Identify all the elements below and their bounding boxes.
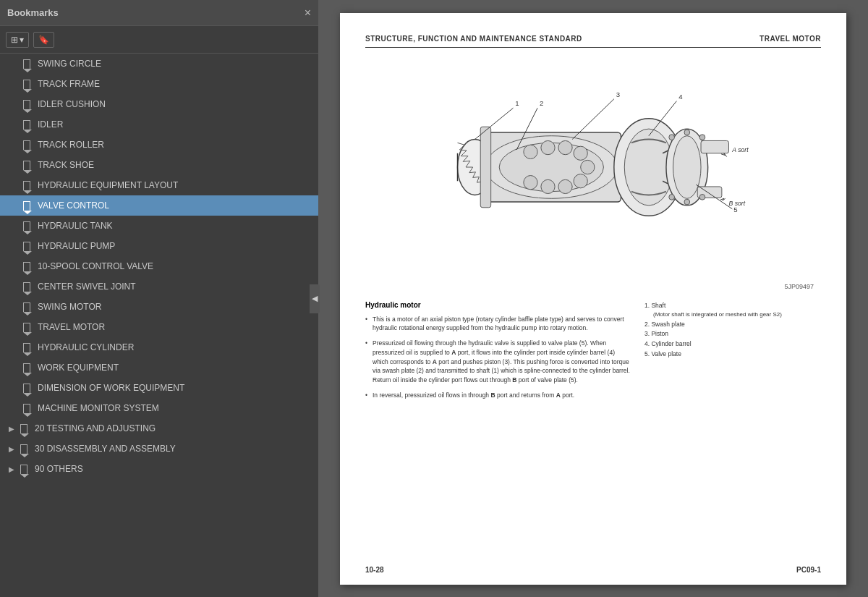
- bookmark-item-travel-motor[interactable]: TRAVEL MOTOR: [0, 317, 318, 337]
- bookmark-item-machine-monitor[interactable]: MACHINE MONITOR SYSTEM: [0, 398, 318, 418]
- chevron-down-icon: ▾: [20, 35, 24, 45]
- svg-text:2: 2: [540, 99, 543, 107]
- svg-point-20: [684, 130, 690, 135]
- bookmark-label: WORK EQUIPMENT: [38, 363, 119, 373]
- bookmark-icon: [22, 240, 32, 252]
- left-content: Hydraulic motor This is a motor of an ax…: [365, 301, 630, 406]
- header-left-text: STRUCTURE, FUNCTION AND MAINTENANCE STAN…: [365, 35, 582, 43]
- bookmark-label: TRACK FRAME: [38, 79, 100, 89]
- svg-rect-26: [480, 127, 490, 208]
- bookmark-icon: [22, 321, 32, 333]
- bookmark-label: TRACK ROLLER: [38, 140, 104, 150]
- document-page: STRUCTURE, FUNCTION AND MAINTENANCE STAN…: [340, 13, 846, 585]
- bookmark-label: 10-SPOOL CONTROL VALVE: [38, 261, 153, 271]
- chevron-right-icon: ▶: [7, 465, 16, 473]
- parts-list-item-2: 2. Swash plate: [644, 320, 821, 330]
- bookmark-icon: [22, 281, 32, 292]
- bookmark-item-track-frame[interactable]: TRACK FRAME: [0, 74, 318, 94]
- travel-motor-diagram: 1 2 3 4 5 A sort B sort: [412, 66, 774, 268]
- svg-point-8: [574, 146, 587, 160]
- bookmark-item-hydraulic-pump[interactable]: HYDRAULIC PUMP: [0, 236, 318, 256]
- bookmark-label: IDLER: [38, 119, 63, 130]
- section-title: Hydraulic motor: [365, 301, 630, 309]
- figure-reference: 5JP09497: [365, 283, 821, 290]
- bookmark-icon: [22, 200, 32, 211]
- bookmark-icon: [22, 220, 32, 232]
- svg-point-10: [574, 174, 587, 187]
- document-panel: ◀ STRUCTURE, FUNCTION AND MAINTENANCE ST…: [318, 0, 868, 597]
- header-right-text: TRAVEL MOTOR: [760, 35, 821, 43]
- bookmark-item-90-others[interactable]: ▶ 90 OTHERS: [0, 459, 318, 479]
- bookmark-item-valve-control[interactable]: VALVE CONTROL: [0, 195, 318, 216]
- bookmarks-list[interactable]: SWING CIRCLE TRACK FRAME IDLER CUSHION I…: [0, 54, 318, 597]
- bookmark-item-track-roller[interactable]: TRACK ROLLER: [0, 135, 318, 155]
- bookmark-label: HYDRAULIC EQUIPMENT LAYOUT: [38, 180, 178, 190]
- bookmark-icon: [22, 159, 32, 171]
- bookmark-item-30-disassembly[interactable]: ▶ 30 DISASSEMBLY AND ASSEMBLY: [0, 439, 318, 459]
- bookmark-item-track-shoe[interactable]: TRACK SHOE: [0, 155, 318, 175]
- bookmark-item-dimension-work[interactable]: DIMENSION OF WORK EQUIPMENT: [0, 378, 318, 398]
- chevron-right-icon: ▶: [7, 444, 16, 453]
- bookmark-icon: [22, 362, 32, 373]
- bookmark-item-hydraulic-equip[interactable]: HYDRAULIC EQUIPMENT LAYOUT: [0, 175, 318, 195]
- grid-icon: ⊞: [11, 35, 18, 45]
- bookmark-item-swing-circle[interactable]: SWING CIRCLE: [0, 54, 318, 74]
- collapse-panel-button[interactable]: ◀: [310, 284, 320, 313]
- svg-rect-18: [701, 140, 728, 153]
- bookmark-icon: [22, 342, 32, 353]
- bookmark-item-center-swivel[interactable]: CENTER SWIVEL JOINT: [0, 276, 318, 297]
- bookmark-icon: [22, 119, 32, 130]
- bookmark-item-idler-cushion[interactable]: IDLER CUSHION: [0, 94, 318, 114]
- bookmarks-header: Bookmarks ×: [0, 0, 318, 26]
- bookmark-item-swing-motor[interactable]: SWING MOTOR: [0, 297, 318, 317]
- right-content: 1. Shaft (Motor shaft is integrated or m…: [644, 301, 821, 406]
- bookmark-label: 30 DISASSEMBLY AND ASSEMBLY: [35, 444, 176, 454]
- page-number-right: PC09-1: [796, 566, 821, 574]
- bookmark-item-hydraulic-cylinder[interactable]: HYDRAULIC CYLINDER: [0, 337, 318, 357]
- bookmark-item-10-spool[interactable]: 10-SPOOL CONTROL VALVE: [0, 256, 318, 276]
- svg-point-23: [699, 134, 705, 140]
- bookmark-item-hydraulic-tank[interactable]: HYDRAULIC TANK: [0, 216, 318, 236]
- svg-point-25: [699, 194, 705, 200]
- bookmark-icon: [22, 179, 32, 191]
- bookmark-label: DIMENSION OF WORK EQUIPMENT: [38, 383, 184, 393]
- bookmark-icon: [22, 78, 32, 90]
- bookmark-label: TRACK SHOE: [38, 160, 94, 170]
- bookmark-icon: [19, 423, 29, 434]
- parts-list-item-4: 4. Cylinder barrel: [644, 339, 821, 350]
- page-footer: 10-28 PC09-1: [365, 566, 821, 574]
- bookmark-icon: [22, 98, 32, 110]
- parts-list-item-5: 5. Valve plate: [644, 350, 821, 360]
- bookmark-label: HYDRAULIC PUMP: [38, 241, 115, 251]
- bookmark-icon: [22, 402, 32, 414]
- view-options-button[interactable]: ⊞ ▾: [6, 32, 29, 48]
- bookmark-item-20-testing[interactable]: ▶ 20 TESTING AND ADJUSTING: [0, 418, 318, 439]
- bookmark-label: IDLER CUSHION: [38, 99, 106, 109]
- svg-text:4: 4: [678, 92, 683, 100]
- svg-point-13: [524, 175, 537, 189]
- bookmark-item-idler[interactable]: IDLER: [0, 114, 318, 135]
- bookmark-label: HYDRAULIC TANK: [38, 221, 113, 231]
- bookmark-label: VALVE CONTROL: [38, 200, 109, 211]
- bookmark-icon: [19, 463, 29, 475]
- parts-list-item-3: 3. Piston: [644, 329, 821, 339]
- diagram-area: 1 2 3 4 5 A sort B sort: [365, 62, 821, 272]
- svg-point-21: [684, 199, 690, 205]
- page-container: STRUCTURE, FUNCTION AND MAINTENANCE STAN…: [318, 0, 868, 597]
- bookmark-icon: [22, 382, 32, 394]
- bookmark-icon: [22, 139, 32, 151]
- bookmarks-toolbar: ⊞ ▾ 🔖: [0, 26, 318, 54]
- svg-point-5: [524, 145, 537, 158]
- close-button[interactable]: ×: [305, 7, 311, 20]
- bookmark-label: MACHINE MONITOR SYSTEM: [38, 403, 159, 413]
- bookmark-label: 90 OTHERS: [35, 464, 83, 474]
- bullet-item-1: This is a motor of an axial piston type …: [365, 315, 630, 334]
- bookmark-label: SWING CIRCLE: [38, 59, 101, 69]
- svg-point-7: [558, 140, 572, 154]
- svg-point-22: [669, 134, 675, 140]
- bookmark-label: CENTER SWIVEL JOINT: [38, 281, 136, 292]
- bookmark-label: TRAVEL MOTOR: [38, 322, 105, 332]
- svg-text:1: 1: [515, 99, 519, 107]
- add-bookmark-button[interactable]: 🔖: [33, 32, 54, 48]
- bookmark-item-work-equipment[interactable]: WORK EQUIPMENT: [0, 357, 318, 378]
